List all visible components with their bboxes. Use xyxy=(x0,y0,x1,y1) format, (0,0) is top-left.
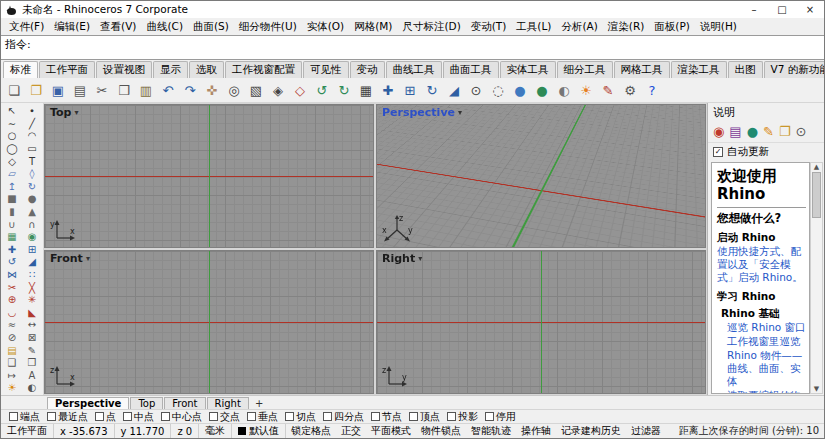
auto-update-checkbox[interactable]: ✓ xyxy=(713,147,723,157)
osnap-item[interactable]: 切点 xyxy=(285,410,316,424)
surface-tool-icon[interactable]: ▱ xyxy=(2,168,22,181)
osnap-checkbox[interactable] xyxy=(47,412,56,421)
help-home-icon[interactable]: ◉ xyxy=(713,125,724,138)
redo-icon[interactable]: ↷ xyxy=(180,80,200,100)
new-file-icon[interactable]: ❏ xyxy=(4,80,24,100)
status-toggle[interactable]: 平面模式 xyxy=(366,424,416,438)
viewport-tab[interactable]: Perspective xyxy=(47,397,129,409)
menu-item[interactable]: 渲染(R) xyxy=(603,20,650,34)
ribbon-tab[interactable]: 曲面工具 xyxy=(443,61,499,78)
ribbon-tab[interactable]: 变动 xyxy=(350,61,385,78)
zoom-window-icon[interactable]: ▧ xyxy=(246,80,266,100)
ribbon-tab[interactable]: 标准 xyxy=(3,61,38,78)
status-toggle[interactable]: 操作轴 xyxy=(516,424,556,438)
menu-item[interactable]: 曲面(S) xyxy=(188,20,234,34)
cone-tool-icon[interactable]: ▲ xyxy=(22,206,42,219)
ribbon-tab[interactable]: 工作平面 xyxy=(39,61,95,78)
osnap-item[interactable]: 投影 xyxy=(447,410,478,424)
help-folder-icon[interactable]: ❐ xyxy=(779,125,791,138)
help-icon[interactable]: ? xyxy=(642,80,662,100)
annotation-tool-icon[interactable]: A xyxy=(22,369,42,382)
cplane-button[interactable]: 工作平面 xyxy=(1,424,54,438)
help-globe-icon[interactable]: ● xyxy=(747,125,758,138)
scrollbar-thumb[interactable] xyxy=(812,172,821,218)
menu-item[interactable]: 网格(M) xyxy=(349,20,397,34)
menu-item[interactable]: 工具(L) xyxy=(511,20,556,34)
redo-view-icon[interactable]: ↻ xyxy=(334,80,354,100)
help-panel-item[interactable]: 巡览 Rhino 窗口 xyxy=(727,321,806,334)
osnap-item[interactable]: 四分点 xyxy=(323,410,364,424)
viewport-front[interactable]: Front ▾ z x xyxy=(44,250,374,394)
rotate-icon[interactable]: ↻ xyxy=(422,80,442,100)
ribbon-tab[interactable]: V7 的新功能 xyxy=(764,61,825,78)
osnap-checkbox[interactable] xyxy=(123,412,132,421)
boolean-intersect-tool-icon[interactable]: ∩ xyxy=(22,218,42,231)
chevron-down-icon[interactable]: ▾ xyxy=(74,108,78,117)
status-toggle[interactable]: 记录建构历史 xyxy=(556,424,626,438)
array-tool-icon[interactable]: ∷ xyxy=(22,269,42,282)
help-panel-item[interactable]: 工作视窗里巡览 xyxy=(727,335,806,348)
ribbon-tab[interactable]: 网格工具 xyxy=(614,61,670,78)
scale-icon[interactable]: ◢ xyxy=(444,80,464,100)
move-tool-icon[interactable]: ✚ xyxy=(2,244,22,257)
ribbon-tab[interactable]: 实体工具 xyxy=(500,61,556,78)
menu-item[interactable]: 分析(A) xyxy=(556,20,602,34)
osnap-checkbox[interactable] xyxy=(409,412,418,421)
status-toggle[interactable]: 过滤器 xyxy=(626,424,666,438)
menu-item[interactable]: 细分物件(U) xyxy=(234,20,302,34)
osnap-icon[interactable]: ⊙ xyxy=(466,80,486,100)
maximize-button[interactable]: □ xyxy=(768,1,796,18)
viewport-top[interactable]: Top ▾ y x xyxy=(44,104,374,248)
osnap-item[interactable]: 端点 xyxy=(9,410,40,424)
rendered-mode-icon[interactable]: ● xyxy=(532,80,552,100)
status-toggle[interactable]: 正交 xyxy=(336,424,366,438)
help-scrollbar[interactable]: ▲ ▼ xyxy=(810,162,823,394)
minimize-button[interactable]: – xyxy=(740,1,768,18)
osnap-item[interactable]: 顶点 xyxy=(409,410,440,424)
chamfer-tool-icon[interactable]: ◣ xyxy=(22,307,42,320)
chevron-down-icon[interactable]: ▾ xyxy=(458,108,462,117)
osnap-item[interactable]: 垂点 xyxy=(247,410,278,424)
cut-icon[interactable]: ✂ xyxy=(92,80,112,100)
extrude-tool-icon[interactable]: ↥ xyxy=(2,181,22,194)
print-icon[interactable]: ▤ xyxy=(70,80,90,100)
properties-icon[interactable]: ✎ xyxy=(598,80,618,100)
revolve-tool-icon[interactable]: ↻ xyxy=(22,181,42,194)
select-tool-icon[interactable]: ↖ xyxy=(2,105,22,118)
pan-icon[interactable]: ✜ xyxy=(202,80,222,100)
viewport-tab[interactable]: Front xyxy=(164,397,205,409)
osnap-checkbox[interactable] xyxy=(95,412,104,421)
hide-tool-icon[interactable]: ⊘ xyxy=(2,332,22,345)
mirror-tool-icon[interactable]: ⋈ xyxy=(2,269,22,282)
viewport-layout-icon[interactable]: ▦ xyxy=(356,80,376,100)
subd-tool-icon[interactable]: ◉ xyxy=(22,231,42,244)
viewport-perspective[interactable]: Perspective ▾ z x y xyxy=(376,104,706,248)
menu-item[interactable]: 变动(T) xyxy=(466,20,512,34)
undo-icon[interactable]: ↶ xyxy=(158,80,178,100)
shade-tool-icon[interactable]: ◐ xyxy=(22,382,42,395)
osnap-item[interactable]: 最近点 xyxy=(47,410,88,424)
group-tool-icon[interactable]: ❑ xyxy=(2,357,22,370)
add-viewport-tab-button[interactable]: + xyxy=(250,398,268,409)
osnap-checkbox[interactable] xyxy=(247,412,256,421)
status-toggle[interactable]: 智能轨迹 xyxy=(466,424,516,438)
menu-item[interactable]: 实体(O) xyxy=(302,20,349,34)
lock-tool-icon[interactable]: ⊠ xyxy=(22,332,42,345)
cylinder-tool-icon[interactable]: ▮ xyxy=(2,206,22,219)
current-layer-cell[interactable]: 默认值 xyxy=(232,424,286,438)
osnap-item[interactable]: 停用 xyxy=(485,410,516,424)
ribbon-tab[interactable]: 可见性 xyxy=(303,61,349,78)
paste-icon[interactable]: ▥ xyxy=(136,80,156,100)
wireframe-mode-icon[interactable]: ◌ xyxy=(488,80,508,100)
zoom-selected-icon[interactable]: ◇ xyxy=(290,80,310,100)
osnap-item[interactable]: 交点 xyxy=(209,410,240,424)
ribbon-tab[interactable]: 设置视图 xyxy=(96,61,152,78)
boolean-union-tool-icon[interactable]: ∪ xyxy=(2,218,22,231)
viewport-tab[interactable]: Top xyxy=(130,397,163,409)
open-file-icon[interactable]: ❐ xyxy=(26,80,46,100)
viewport-title[interactable]: Top ▾ xyxy=(48,106,81,119)
fillet-tool-icon[interactable]: ◡ xyxy=(2,307,22,320)
osnap-item[interactable]: 点 xyxy=(95,410,116,424)
help-panel-item[interactable]: Rhino 物件——曲线、曲面、实体 xyxy=(727,349,806,388)
layers-tool-icon[interactable]: ▤ xyxy=(2,344,22,357)
